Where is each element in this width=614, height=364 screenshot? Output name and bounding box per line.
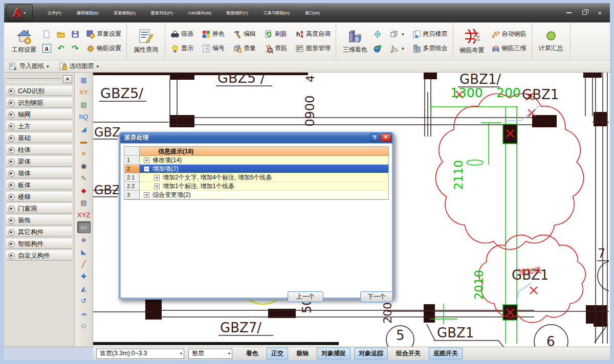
annotate-icon[interactable]: ✎ xyxy=(77,172,91,184)
sidebar-item-custom-components[interactable]: ▶ 自定义构件 xyxy=(6,251,72,261)
expand-toggle-icon[interactable]: + xyxy=(154,184,160,189)
sidebar-item-foundation[interactable]: ▶ 基础 xyxy=(6,133,72,144)
sidebar-item-beam[interactable]: ▶ 梁体 xyxy=(6,156,72,167)
dialog-row-add-1[interactable]: 2.1 + 增加2个文字, 增加4个标注, 增加5个线条 xyxy=(124,173,388,182)
save-button[interactable] xyxy=(69,28,81,40)
a-text-button[interactable]: a xyxy=(40,42,53,55)
query-rebar-button[interactable]: 查筋 xyxy=(261,42,290,55)
shade-toggle[interactable]: 着色 xyxy=(242,348,263,359)
menu-item[interactable]: 算量辅助(E) xyxy=(106,7,143,19)
sidebar-item-axis-grid[interactable]: ▶ 轴网 xyxy=(6,109,72,120)
rebar-layout-button[interactable]: 钢筋布置 xyxy=(456,25,489,58)
pen-icon[interactable]: ╱ xyxy=(77,258,91,270)
sidebar-item-wall[interactable]: ▶ 墙体 xyxy=(6,168,72,179)
calc-settings-button[interactable]: 算量设置 xyxy=(83,28,124,40)
restore-button[interactable] xyxy=(577,8,591,18)
magnifier-icon[interactable]: ◉ xyxy=(77,160,91,172)
numbering-button[interactable]: 编号 xyxy=(199,42,227,55)
filter-button[interactable]: 筛选 xyxy=(168,28,196,40)
close-button[interactable]: × xyxy=(593,8,607,18)
menu-item[interactable]: 窗口(W) xyxy=(297,7,327,19)
object-snap-toggle[interactable]: 对象捕捉 xyxy=(317,348,350,359)
sidebar-splitter[interactable] xyxy=(6,78,61,82)
sidebar-item-cad-recognition[interactable]: ▶ CAD识别 xyxy=(6,86,72,97)
menu-item[interactable]: 图量对比(P) xyxy=(143,7,181,19)
refresh-button[interactable]: 刷新 xyxy=(261,28,290,40)
project-settings-button[interactable]: 工程设置 xyxy=(8,25,40,58)
dialog-close-button[interactable]: × xyxy=(381,133,391,142)
sidebar-item-door-window-opening[interactable]: ▶ 门窗洞 xyxy=(6,203,72,214)
mirror-icon[interactable]: ◭ xyxy=(77,283,91,294)
menu-item[interactable]: 文件(P) xyxy=(40,7,69,19)
diamond-icon[interactable]: ◇ xyxy=(77,320,91,331)
calc-summary-button[interactable]: 计算汇总 xyxy=(535,25,567,58)
polar-toggle[interactable]: 极轴 xyxy=(292,348,313,359)
brush-icon[interactable]: ◣ xyxy=(77,246,91,258)
menu-item[interactable]: 建模辅助(B) xyxy=(69,7,106,19)
xy-axis-icon[interactable]: XY xyxy=(77,86,91,98)
undo-button[interactable]: ↶ xyxy=(55,42,67,55)
scroll-icon[interactable]: ▤ xyxy=(77,197,91,209)
ruler-icon[interactable]: ▬ xyxy=(77,135,91,147)
rebar-settings-button[interactable]: 钢筋设置 xyxy=(83,42,124,55)
copy-floor-button[interactable]: 拷贝楼层 xyxy=(410,28,450,40)
sidebar-item-slab[interactable]: ▶ 板体 xyxy=(6,180,72,191)
color-distinguish-button[interactable]: 辨色 xyxy=(199,28,227,40)
sidebar-item-recognize-rebar[interactable]: ▶ 识别钢筋 xyxy=(6,98,72,108)
slope-icon[interactable]: ◢ xyxy=(77,123,91,135)
image-icon[interactable]: ▧ xyxy=(77,99,91,110)
property-query-button[interactable]: 属性查询 xyxy=(129,25,162,58)
floor-select-combo[interactable]: 首层(3.3m):0~3.3 ▾ xyxy=(96,349,184,359)
expand-toggle-icon[interactable]: + xyxy=(144,157,149,163)
sidebar-item-smart-components[interactable]: ▶ 智能构件 xyxy=(6,239,72,249)
open-file-button[interactable] xyxy=(55,28,67,40)
rebar-3d-button[interactable]: 钢筋三维 xyxy=(489,42,529,55)
rotate-icon[interactable]: ↺ xyxy=(77,295,91,307)
auto-rebar-button[interactable]: A自动钢筋 xyxy=(489,28,529,40)
new-file-button[interactable] xyxy=(40,28,53,40)
revision-cloud-icon[interactable]: ☁ xyxy=(77,307,91,319)
height-query-icon[interactable]: hQ xyxy=(77,111,91,123)
display-button[interactable]: 显示 xyxy=(168,42,196,55)
minimize-button[interactable] xyxy=(562,8,576,18)
graphic-manage-button[interactable]: 图形管理 xyxy=(293,42,333,55)
sidebar-item-decoration[interactable]: ▶ 装饰 xyxy=(6,215,72,226)
transparent-view-button[interactable] xyxy=(371,28,384,40)
nodes-icon[interactable]: ◈ xyxy=(77,234,91,245)
menu-item[interactable]: 工具与帮助(H) xyxy=(256,7,297,19)
redo-button[interactable]: ↷ xyxy=(69,42,81,55)
sidebar-item-column[interactable]: ▶ 柱体 xyxy=(6,145,72,155)
basemap-toggle[interactable]: 底图开关 xyxy=(429,348,463,359)
query-quantity-button[interactable]: 查量 xyxy=(230,42,258,55)
dialog-row-add[interactable]: 2 − 增加项(2) xyxy=(124,165,388,173)
sidebar-item-stair[interactable]: ▶ 楼梯 xyxy=(6,192,72,202)
measure-icon[interactable]: ≡ xyxy=(77,148,91,160)
freeze-layer-button[interactable]: 冻结图层 ▾ xyxy=(58,62,99,71)
menu-item[interactable]: CAD操作(M) xyxy=(181,7,219,19)
orbit-cube-button[interactable]: ▾ xyxy=(387,28,407,40)
sidebar-close-button[interactable]: × xyxy=(63,75,72,83)
sidebar-item-other-components[interactable]: ▶ 其它构件 xyxy=(6,227,72,238)
object-track-toggle[interactable]: 对象追踪 xyxy=(354,348,388,359)
sphere-brush-button[interactable] xyxy=(371,42,384,55)
dialog-help-button[interactable]: ? xyxy=(370,133,379,142)
dialog-row-modify[interactable]: 1 + 修改项(14) xyxy=(124,156,388,165)
app-logo-button[interactable]: A ▾ xyxy=(6,4,33,21)
expand-toggle-icon[interactable]: − xyxy=(144,166,149,172)
dialog-row-comprehensive[interactable]: 3 + 综合变更项(2) xyxy=(124,191,388,199)
expand-toggle-icon[interactable]: + xyxy=(154,175,160,180)
menu-item[interactable]: 数据维护(T) xyxy=(219,7,256,19)
sidebar-item-earthwork[interactable]: ▶ 土方 xyxy=(6,121,72,132)
hand-select-button[interactable]: ▾ xyxy=(387,42,407,55)
move-icon[interactable]: ✚ xyxy=(77,270,91,282)
xyz-coordinate-icon[interactable]: XYZ xyxy=(77,209,91,221)
height-auto-adjust-button[interactable]: h高度自调 xyxy=(293,28,333,40)
import-drawing-button[interactable]: 导入图纸 ▾ xyxy=(8,62,49,71)
dialog-title-bar[interactable]: 差异处理 ? × xyxy=(120,132,392,143)
ortho-toggle[interactable]: 正交 xyxy=(267,348,288,359)
combination-toggle[interactable]: 组合开关 xyxy=(391,348,425,359)
multi-floor-combine-button[interactable]: 多层组合 xyxy=(410,42,450,55)
form-table-icon[interactable]: ▦ xyxy=(77,74,91,86)
edit-button[interactable]: 编辑 xyxy=(230,28,258,40)
shade-3d-button[interactable]: 三维着色 xyxy=(339,25,371,58)
